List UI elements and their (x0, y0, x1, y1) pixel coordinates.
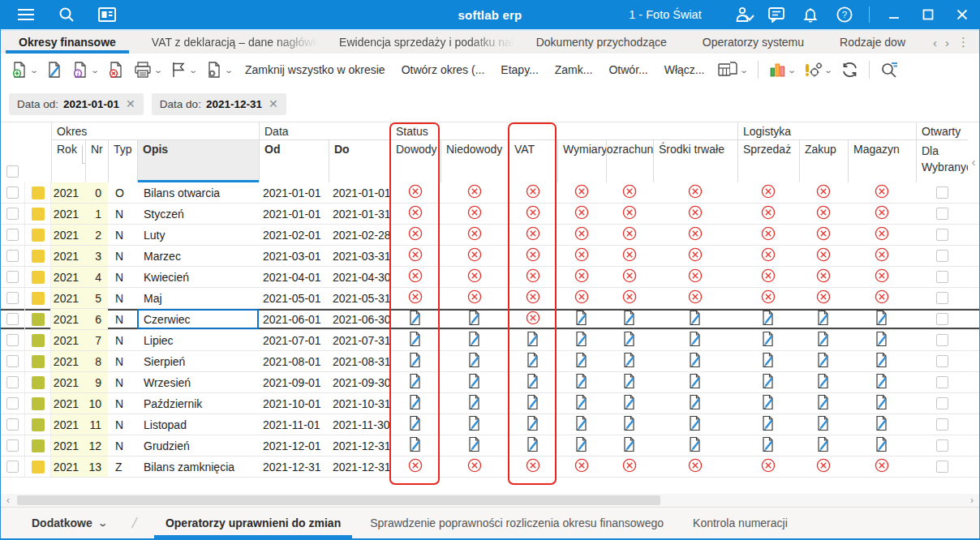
status-closed-icon[interactable] (466, 268, 483, 286)
otwarty-checkbox[interactable] (936, 461, 948, 473)
print-button[interactable]: ⌄ (130, 58, 165, 81)
status-closed-icon[interactable] (525, 310, 541, 328)
cell-nr[interactable]: 3 (85, 246, 108, 266)
remove-filter-icon[interactable]: ✕ (267, 97, 278, 110)
status-editable-icon[interactable] (466, 310, 483, 328)
cell-opis[interactable]: Bilans otwarcia (137, 182, 259, 203)
remove-filter-icon[interactable]: ✕ (124, 97, 135, 110)
status-closed-icon[interactable] (574, 289, 590, 307)
status-closed-icon[interactable] (687, 183, 703, 202)
status-closed-icon[interactable] (407, 246, 423, 265)
cell-opis[interactable]: Lipiec (137, 330, 259, 350)
status-closed-icon[interactable] (466, 457, 483, 476)
status-editable-icon[interactable] (407, 310, 423, 328)
row-checkbox[interactable] (6, 461, 19, 473)
cell-opis[interactable]: Maj (137, 288, 259, 308)
search-filter-button[interactable] (876, 58, 902, 81)
chart-chevron-icon[interactable]: ⌄ (787, 66, 797, 75)
cell-opis[interactable]: Grudzień (137, 435, 259, 456)
status-closed-icon[interactable] (621, 457, 638, 476)
col-header-sprzedaz[interactable]: Sprzedaż (737, 140, 799, 182)
status-editable-icon[interactable] (525, 331, 541, 349)
period-row-2021-10[interactable]: 202110NPaździernik2021-10-012021-10-31 (1, 393, 979, 414)
status-closed-icon[interactable] (574, 225, 590, 244)
status-editable-icon[interactable] (621, 394, 638, 413)
status-editable-icon[interactable] (687, 310, 703, 328)
status-closed-icon[interactable] (687, 204, 703, 223)
status-editable-icon[interactable] (815, 436, 832, 455)
status-editable-icon[interactable] (574, 394, 590, 413)
cell-nr[interactable]: 9 (85, 372, 108, 392)
status-closed-icon[interactable] (574, 457, 590, 476)
tabs-scroll-right-icon[interactable]: › (945, 36, 949, 49)
col-header-do[interactable]: Do (329, 140, 390, 182)
status-closed-icon[interactable] (621, 289, 638, 307)
status-editable-icon[interactable] (815, 373, 832, 392)
cell-opis[interactable]: Listopad (137, 414, 259, 435)
period-document-chevron-icon[interactable]: ⌄ (740, 66, 750, 75)
cell-nr[interactable]: 12 (85, 435, 108, 456)
scrollbar-track[interactable] (15, 495, 965, 505)
module-tab-1[interactable]: VAT z deklaracją – dane nagłówkowe (134, 31, 321, 54)
delete-record-button[interactable] (104, 58, 128, 81)
row-checkbox[interactable] (6, 229, 19, 241)
status-closed-icon[interactable] (874, 457, 890, 476)
module-tab-5[interactable]: Rodzaje dow (822, 31, 923, 54)
cell-data-od[interactable]: 2021-12-31 (259, 456, 329, 477)
status-editable-icon[interactable] (621, 415, 638, 434)
status-editable-icon[interactable] (574, 373, 590, 392)
otwarty-checkbox[interactable] (936, 418, 948, 431)
cell-data-od[interactable]: 2021-11-01 (259, 414, 329, 435)
status-closed-icon[interactable] (407, 289, 423, 307)
status-editable-icon[interactable] (574, 310, 590, 328)
cell-typ[interactable]: N (108, 225, 137, 245)
hamburger-menu-icon[interactable] (16, 5, 36, 24)
status-editable-icon[interactable] (687, 331, 703, 349)
status-closed-icon[interactable] (760, 183, 776, 202)
col-header-rok[interactable]: Rok↑1 (51, 140, 85, 182)
period-row-2021-11[interactable]: 202111NListopad2021-11-012021-11-30 (1, 414, 979, 435)
status-editable-icon[interactable] (407, 436, 423, 455)
col-header-magazyn[interactable]: Magazyn (848, 140, 916, 182)
period-row-2021-13[interactable]: 202113ZBilans zamknięcia2021-12-312021-1… (1, 456, 979, 478)
cell-typ[interactable]: O (108, 182, 137, 203)
panel-collapse-icon[interactable]: ‹ (968, 140, 979, 182)
cell-rok[interactable]: 2021 (51, 288, 85, 308)
status-closed-icon[interactable] (815, 289, 832, 307)
row-checkbox[interactable] (6, 313, 19, 325)
status-editable-icon[interactable] (621, 331, 638, 349)
cell-typ[interactable]: Z (108, 456, 137, 477)
record-info-button[interactable]: i ⌄ (68, 58, 101, 81)
status-closed-icon[interactable] (687, 246, 703, 265)
status-editable-icon[interactable] (525, 394, 541, 413)
status-editable-icon[interactable] (760, 373, 776, 392)
dodatkowe-menu-button[interactable]: Dodatkowe⌄ (1, 516, 118, 529)
status-closed-icon[interactable] (525, 225, 541, 244)
record-settings-button[interactable]: ⌄ (202, 58, 235, 81)
cell-nr[interactable]: 2 (85, 225, 108, 245)
status-editable-icon[interactable] (874, 331, 890, 349)
row-checkbox[interactable] (6, 250, 19, 262)
user-icon[interactable] (733, 5, 752, 24)
cell-rok[interactable]: 2021 (51, 435, 85, 456)
status-closed-icon[interactable] (760, 204, 776, 223)
status-editable-icon[interactable] (574, 331, 590, 349)
cell-typ[interactable]: N (108, 204, 137, 224)
period-row-2021-7[interactable]: 20217NLipiec2021-07-012021-07-31 (1, 330, 979, 351)
status-closed-icon[interactable] (407, 268, 423, 286)
cell-data-do[interactable]: 2021-11-30 (329, 414, 390, 435)
cell-rok[interactable]: 2021 (51, 267, 85, 287)
status-editable-icon[interactable] (466, 373, 483, 392)
status-closed-icon[interactable] (574, 183, 590, 202)
col-header-zakup[interactable]: Zakup (799, 140, 848, 182)
status-editable-icon[interactable] (815, 352, 832, 371)
refresh-button[interactable] (837, 58, 862, 81)
close-button[interactable] (952, 5, 972, 24)
scroll-right-icon[interactable]: › (965, 495, 979, 506)
print-chevron-icon[interactable]: ⌄ (153, 66, 163, 75)
toolbar-action-button-5[interactable]: Włącz... (656, 59, 713, 80)
status-editable-icon[interactable] (874, 352, 890, 371)
cell-nr[interactable]: 7 (85, 330, 108, 350)
period-row-2021-5[interactable]: 20215NMaj2021-05-012021-05-31 (1, 288, 979, 309)
otwarty-checkbox[interactable] (936, 397, 948, 409)
